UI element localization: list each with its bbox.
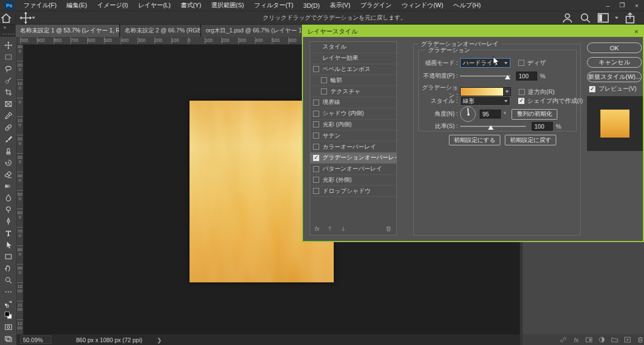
tool-button[interactable] (1, 251, 16, 262)
dialog-title-bar[interactable]: レイヤースタイル × (303, 26, 643, 37)
tool-button[interactable] (1, 51, 16, 63)
layer-style-item[interactable]: サテン + (310, 130, 396, 141)
menu-item[interactable]: レイヤー(L) (133, 0, 176, 11)
style-checkbox[interactable] (313, 100, 319, 106)
make-default-button[interactable]: 初期設定にする (449, 135, 500, 145)
layer-style-item[interactable]: ドロップシャドウ + (310, 186, 396, 197)
tool-button[interactable] (1, 145, 16, 157)
panel-footer-icon[interactable] (610, 335, 618, 344)
tool-button[interactable] (1, 180, 16, 192)
tool-button[interactable] (1, 133, 16, 145)
layer-style-item[interactable]: テクスチャ + (310, 86, 396, 97)
layer-style-item[interactable]: パターンオーバーレイ + (310, 164, 396, 175)
tool-button[interactable] (1, 262, 16, 274)
angle-dial[interactable] (460, 106, 476, 122)
dither-checkbox[interactable] (518, 60, 524, 66)
style-checkbox[interactable] (313, 144, 319, 150)
style-checkbox[interactable] (313, 121, 319, 127)
fx-icon[interactable]: fx (315, 225, 320, 232)
style-checkbox[interactable] (313, 166, 319, 172)
panel-footer-icon[interactable] (636, 335, 644, 344)
home-icon[interactable] (0, 13, 12, 23)
scale-slider-thumb[interactable] (488, 125, 494, 130)
cancel-button[interactable]: キャンセル (587, 57, 642, 68)
account-icon[interactable] (561, 13, 574, 23)
tool-button[interactable] (1, 286, 16, 297)
reverse-checkbox[interactable] (519, 89, 525, 95)
panel-footer-icon[interactable] (623, 335, 631, 344)
preview-toggle[interactable]: プレビュー(V) (589, 85, 636, 93)
tool-button[interactable] (1, 297, 16, 309)
style-checkbox[interactable] (313, 155, 319, 161)
menu-item[interactable]: イメージ(I) (92, 0, 133, 11)
tool-button[interactable] (1, 204, 16, 215)
workspace-icon[interactable] (597, 13, 609, 23)
ok-button[interactable]: OK (587, 42, 642, 53)
menu-item[interactable]: 表示(V) (325, 0, 356, 11)
chevron-down-icon[interactable] (32, 17, 35, 19)
tool-button[interactable] (1, 110, 16, 121)
menu-item[interactable]: 書式(Y) (176, 0, 206, 11)
tool-button[interactable] (1, 215, 16, 227)
panel-footer-icon[interactable] (598, 335, 606, 344)
layer-style-item[interactable]: 光彩 (内側) + (310, 120, 396, 131)
layer-style-item[interactable]: 輪郭 + (310, 75, 396, 86)
panel-footer-icon[interactable]: fx (572, 335, 580, 344)
document-tab[interactable]: 名称未設定 2 @ 66.7% (RGB/8#) × (120, 25, 200, 37)
tool-button[interactable] (1, 63, 16, 74)
style-checkbox[interactable] (321, 88, 327, 94)
layer-style-item[interactable]: カラーオーバーレイ + (310, 141, 396, 153)
style-checkbox[interactable] (321, 77, 327, 83)
tool-button[interactable] (1, 98, 16, 110)
close-button[interactable]: × (629, 0, 644, 11)
style-checkbox[interactable] (313, 111, 319, 117)
layer-style-item[interactable]: シャドウ (内側) + (310, 108, 396, 120)
share-icon[interactable] (624, 13, 636, 23)
vertical-ruler[interactable]: 3002001000100200300400500600700800900100… (17, 45, 23, 334)
panel-footer-icon[interactable] (560, 335, 567, 344)
menu-item[interactable]: フィルター(T) (249, 0, 298, 11)
tool-button[interactable] (1, 157, 16, 168)
active-tool-icon[interactable] (20, 13, 32, 23)
layer-style-item[interactable]: グラデーションオーバーレイ + (310, 153, 396, 164)
reset-default-button[interactable]: 初期設定に戻す (505, 135, 556, 145)
create-in-shape-checkbox[interactable] (518, 98, 524, 104)
style-checkbox[interactable] (313, 133, 319, 139)
tool-button[interactable] (1, 39, 16, 51)
tool-button[interactable] (1, 192, 16, 204)
menu-item[interactable]: ウィンドウ(W) (397, 0, 448, 11)
tool-button[interactable] (1, 274, 16, 286)
minimize-button[interactable]: – (600, 0, 615, 11)
new-style-button[interactable]: 新規スタイル(W)... (587, 72, 642, 82)
menu-item[interactable]: ファイル(F) (18, 0, 61, 11)
menu-item[interactable]: プラグイン (356, 0, 397, 11)
dialog-close-icon[interactable]: × (634, 27, 638, 36)
layer-style-item[interactable]: レイヤー効果 + (310, 53, 396, 64)
opacity-slider-thumb[interactable] (505, 75, 510, 79)
collapse-icon[interactable]: » (3, 25, 6, 30)
opacity-input[interactable] (516, 72, 537, 81)
layer-style-item[interactable]: 光彩 (外側) + (310, 175, 396, 186)
zoom-level-field[interactable]: 50.09% (20, 335, 51, 344)
menu-item[interactable]: 3D(D) (299, 0, 325, 11)
tool-button[interactable] (1, 321, 16, 333)
tool-button[interactable] (1, 86, 16, 98)
layer-style-item[interactable]: ベベルとエンボス + (310, 64, 396, 75)
trash-icon[interactable] (385, 225, 392, 232)
tool-button[interactable] (1, 121, 16, 133)
scale-slider[interactable] (460, 123, 526, 130)
style-checkbox[interactable] (313, 188, 319, 194)
scale-input[interactable] (532, 122, 553, 131)
tool-button[interactable] (1, 227, 16, 239)
restore-button[interactable]: ❐ (615, 0, 629, 11)
layer-style-item[interactable]: スタイル + (310, 42, 396, 53)
tool-button[interactable] (1, 239, 16, 251)
layer-style-item[interactable]: 境界線 + (310, 97, 396, 108)
style-checkbox[interactable] (313, 66, 319, 72)
blend-mode-select[interactable]: ハードライト (460, 58, 510, 68)
tool-button[interactable] (1, 74, 16, 86)
tool-button[interactable] (1, 309, 16, 321)
document-tab[interactable]: 名称未設定 1 @ 53.7% (レイヤー 1, RGB/8#) * × (16, 25, 119, 37)
search-icon[interactable] (579, 13, 591, 23)
gradient-swatch[interactable] (460, 87, 504, 96)
